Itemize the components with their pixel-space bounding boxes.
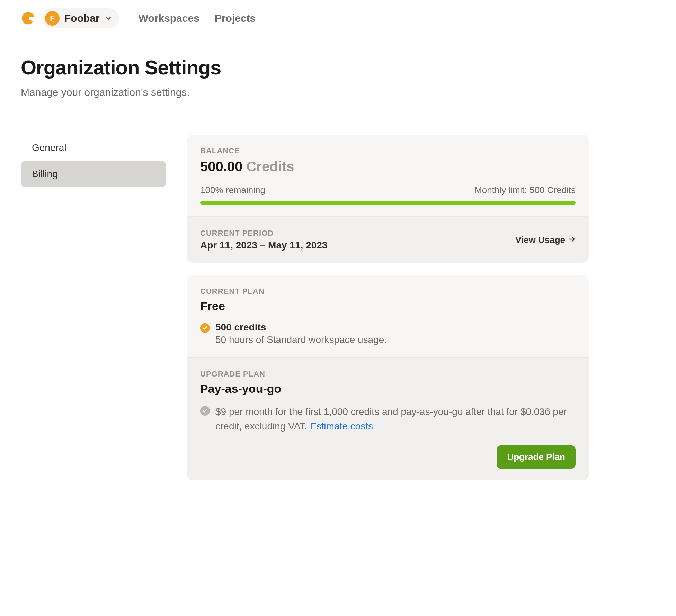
page-header: Organization Settings Manage your organi…: [0, 37, 676, 114]
sidebar-item-label: General: [32, 142, 66, 153]
nav-workspaces[interactable]: Workspaces: [139, 12, 199, 24]
period-eyebrow: CURRENT PERIOD: [200, 229, 327, 238]
main-content: BALANCE 500.00 Credits 100% remaining Mo…: [187, 135, 589, 493]
upgrade-desc: $9 per month for the first 1,000 credits…: [215, 405, 576, 434]
top-nav: Workspaces Projects: [139, 12, 256, 24]
nav-projects[interactable]: Projects: [215, 12, 256, 24]
balance-card: BALANCE 500.00 Credits 100% remaining Mo…: [187, 135, 589, 263]
progress-bar: [200, 201, 576, 205]
plan-card: CURRENT PLAN Free 500 credits 50 hours o…: [187, 275, 589, 480]
feature-title: 500 credits: [215, 322, 387, 333]
progress-fill: [200, 201, 576, 205]
limit-text: Monthly limit: 500 Credits: [474, 185, 576, 196]
check-circle-icon: [200, 323, 210, 333]
app-logo-icon[interactable]: [21, 11, 35, 26]
balance-unit: Credits: [246, 159, 294, 174]
page-subtitle: Manage your organization's settings.: [21, 87, 655, 98]
chevron-down-icon: [105, 15, 112, 22]
balance-amount: 500.00 Credits: [200, 159, 576, 174]
balance-eyebrow: BALANCE: [200, 146, 576, 155]
estimate-costs-link[interactable]: Estimate costs: [310, 421, 373, 432]
top-header: F Foobar Workspaces Projects: [0, 0, 676, 37]
current-plan-eyebrow: CURRENT PLAN: [200, 287, 576, 296]
org-avatar: F: [45, 11, 60, 26]
org-name: Foobar: [64, 12, 100, 24]
view-usage-link[interactable]: View Usage: [515, 235, 576, 245]
sidebar-item-billing[interactable]: Billing: [21, 161, 166, 187]
period-dates: Apr 11, 2023 – May 11, 2023: [200, 240, 327, 251]
feature-desc: 50 hours of Standard workspace usage.: [215, 334, 387, 345]
sidebar-item-label: Billing: [32, 169, 58, 179]
current-plan-name: Free: [200, 299, 576, 313]
check-circle-icon: [200, 406, 210, 416]
arrow-right-icon: [568, 235, 576, 245]
remaining-text: 100% remaining: [200, 185, 265, 196]
settings-sidebar: General Billing: [21, 135, 166, 493]
upgrade-plan-name: Pay-as-you-go: [200, 382, 576, 396]
page-title: Organization Settings: [21, 56, 655, 79]
sidebar-item-general[interactable]: General: [21, 135, 166, 161]
upgrade-plan-eyebrow: UPGRADE PLAN: [200, 370, 576, 379]
upgrade-plan-button[interactable]: Upgrade Plan: [497, 445, 576, 469]
org-switcher[interactable]: F Foobar: [42, 8, 119, 28]
